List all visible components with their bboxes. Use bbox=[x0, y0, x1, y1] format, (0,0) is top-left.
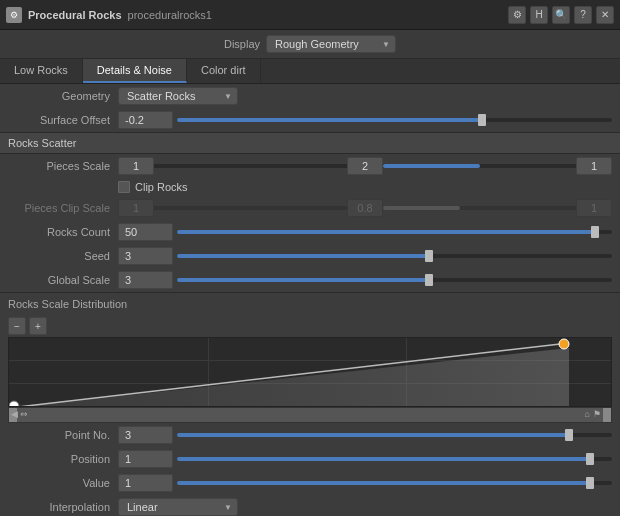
pieces-scale-label: Pieces Scale bbox=[8, 160, 118, 172]
svg-marker-0 bbox=[9, 348, 569, 406]
display-row: Display Rough Geometry ▼ bbox=[0, 30, 620, 59]
pieces-clip-scale-row: Pieces Clip Scale 1 0.8 1 bbox=[0, 196, 620, 220]
position-row: Position 1 bbox=[0, 447, 620, 471]
pieces-scale-val1[interactable]: 1 bbox=[118, 157, 154, 175]
pieces-clip-track1 bbox=[154, 206, 347, 210]
geometry-dropdown-value: Scatter Rocks bbox=[127, 90, 195, 102]
interpolation-label: Interpolation bbox=[8, 501, 118, 513]
point-no-slider-container: 3 bbox=[118, 426, 612, 444]
tab-low-rocks[interactable]: Low Rocks bbox=[0, 59, 83, 83]
value-row: Value 1 bbox=[0, 471, 620, 495]
rocks-count-value[interactable]: 50 bbox=[118, 223, 173, 241]
pieces-scale-row: Pieces Scale 1 2 1 bbox=[0, 154, 620, 178]
pieces-scale-val3[interactable]: 1 bbox=[576, 157, 612, 175]
value-track[interactable] bbox=[177, 481, 612, 485]
interpolation-dropdown-value: Linear bbox=[127, 501, 158, 513]
content-area: Geometry Scatter Rocks ▼ Surface Offset … bbox=[0, 84, 620, 516]
position-value[interactable]: 1 bbox=[118, 450, 173, 468]
global-scale-row: Global Scale 3 bbox=[0, 268, 620, 292]
dist-minus-button[interactable]: − bbox=[8, 317, 26, 335]
tab-details-noise[interactable]: Details & Noise bbox=[83, 59, 187, 83]
tab-color-dirt[interactable]: Color dirt bbox=[187, 59, 261, 83]
distribution-header: Rocks Scale Distribution bbox=[0, 292, 620, 315]
display-label: Display bbox=[224, 38, 260, 50]
surface-offset-value[interactable]: -0.2 bbox=[118, 111, 173, 129]
interpolation-dropdown[interactable]: Linear ▼ bbox=[118, 498, 238, 516]
curve-ctrl-icons: ◀ ⇔ bbox=[11, 409, 28, 419]
seed-track[interactable] bbox=[177, 254, 612, 258]
geometry-row: Geometry Scatter Rocks ▼ bbox=[0, 84, 620, 108]
pieces-clip-val1: 1 bbox=[118, 199, 154, 217]
global-scale-thumb bbox=[425, 274, 433, 286]
geometry-dropdown-arrow: ▼ bbox=[224, 92, 232, 101]
range-bar: ⌂ ⚑ ◀ ⇔ bbox=[8, 407, 612, 423]
seed-value[interactable]: 3 bbox=[118, 247, 173, 265]
distribution-curve[interactable] bbox=[8, 337, 612, 407]
global-scale-value[interactable]: 3 bbox=[118, 271, 173, 289]
clip-rocks-row: Clip Rocks bbox=[0, 178, 620, 196]
display-dropdown-arrow: ▼ bbox=[382, 40, 390, 49]
surface-offset-fill bbox=[177, 118, 482, 122]
node-name: proceduralrocks1 bbox=[128, 9, 508, 21]
tab-bar: Low Rocks Details & Noise Color dirt bbox=[0, 59, 620, 84]
settings-button[interactable]: ⚙ bbox=[508, 6, 526, 24]
surface-offset-slider-container: -0.2 bbox=[118, 111, 612, 129]
title-buttons: ⚙ H 🔍 ? ✕ bbox=[508, 6, 614, 24]
pieces-scale-val2[interactable]: 2 bbox=[347, 157, 383, 175]
clip-rocks-checkbox[interactable] bbox=[118, 181, 130, 193]
title-bar: ⚙ Procedural Rocks proceduralrocks1 ⚙ H … bbox=[0, 0, 620, 30]
home-icon: ⌂ bbox=[585, 409, 590, 419]
surface-offset-thumb bbox=[478, 114, 486, 126]
global-scale-track[interactable] bbox=[177, 278, 612, 282]
pieces-clip-track2 bbox=[383, 206, 576, 210]
help-h-button[interactable]: H bbox=[530, 6, 548, 24]
surface-offset-track[interactable] bbox=[177, 118, 612, 122]
seed-thumb bbox=[425, 250, 433, 262]
global-scale-label: Global Scale bbox=[8, 274, 118, 286]
rocks-scatter-label: Rocks Scatter bbox=[8, 137, 76, 149]
global-scale-slider-container: 3 bbox=[118, 271, 612, 289]
interpolation-row: Interpolation Linear ▼ bbox=[0, 495, 620, 516]
surface-offset-label: Surface Offset bbox=[8, 114, 118, 126]
clip-rocks-label: Clip Rocks bbox=[135, 181, 188, 193]
pieces-scale-track1[interactable] bbox=[154, 164, 347, 168]
position-label: Position bbox=[8, 453, 118, 465]
value-fill bbox=[177, 481, 590, 485]
rocks-count-fill bbox=[177, 230, 595, 234]
svg-point-2 bbox=[9, 401, 19, 406]
pieces-scale-triple: 1 2 1 bbox=[118, 157, 612, 175]
seed-row: Seed 3 bbox=[0, 244, 620, 268]
point-no-value[interactable]: 3 bbox=[118, 426, 173, 444]
position-track[interactable] bbox=[177, 457, 612, 461]
point-no-row: Point No. 3 bbox=[0, 423, 620, 447]
global-scale-fill bbox=[177, 278, 429, 282]
search-button[interactable]: 🔍 bbox=[552, 6, 570, 24]
point-no-track[interactable] bbox=[177, 433, 612, 437]
rocks-count-label: Rocks Count bbox=[8, 226, 118, 238]
display-dropdown[interactable]: Rough Geometry ▼ bbox=[266, 35, 396, 53]
seed-fill bbox=[177, 254, 429, 258]
pieces-clip-scale-label: Pieces Clip Scale bbox=[8, 202, 118, 214]
dist-plus-button[interactable]: + bbox=[29, 317, 47, 335]
point-no-fill bbox=[177, 433, 569, 437]
pieces-clip-val3: 1 bbox=[576, 199, 612, 217]
seed-slider-container: 3 bbox=[118, 247, 612, 265]
geometry-dropdown[interactable]: Scatter Rocks ▼ bbox=[118, 87, 238, 105]
geometry-label: Geometry bbox=[8, 90, 118, 102]
close-button[interactable]: ✕ bbox=[596, 6, 614, 24]
pieces-clip-val2: 0.8 bbox=[347, 199, 383, 217]
value-value[interactable]: 1 bbox=[118, 474, 173, 492]
rocks-count-slider-container: 50 bbox=[118, 223, 612, 241]
distribution-label: Rocks Scale Distribution bbox=[8, 298, 127, 310]
pieces-scale-track2[interactable] bbox=[383, 164, 576, 168]
range-right-handle[interactable] bbox=[603, 408, 611, 422]
position-fill bbox=[177, 457, 590, 461]
svg-point-1 bbox=[559, 339, 569, 349]
rocks-scatter-header: Rocks Scatter bbox=[0, 132, 620, 154]
distribution-toolbar: − + bbox=[0, 315, 620, 337]
question-button[interactable]: ? bbox=[574, 6, 592, 24]
rocks-count-thumb bbox=[591, 226, 599, 238]
display-dropdown-value: Rough Geometry bbox=[275, 38, 359, 50]
value-slider-container: 1 bbox=[118, 474, 612, 492]
rocks-count-track[interactable] bbox=[177, 230, 612, 234]
